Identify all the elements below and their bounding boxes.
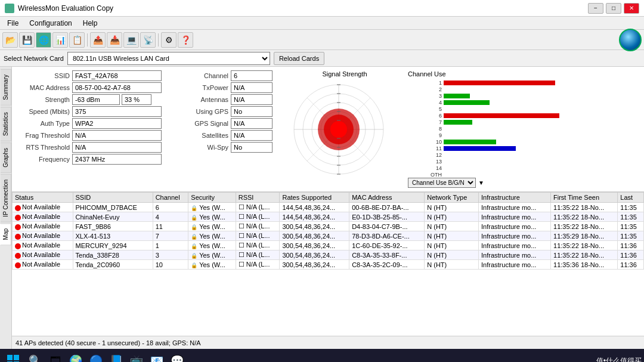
cell-9: 11:35:36 18-No... <box>551 260 618 270</box>
col-ssid[interactable]: SSID <box>73 193 153 203</box>
col-last[interactable]: Last <box>618 193 644 203</box>
cell-7: N (HT) <box>425 241 479 250</box>
status-dot <box>15 205 21 211</box>
taskbar-search[interactable]: 🔍 <box>26 352 44 362</box>
tab-map[interactable]: Map <box>0 223 11 245</box>
tab-summary[interactable]: Summary <box>1 69 11 106</box>
toolbar-network[interactable]: 📡 <box>140 32 156 48</box>
taskbar-app3[interactable]: 📧 <box>148 352 166 362</box>
network-card-select[interactable]: 802.11n USB Wireless LAN Card <box>67 52 270 65</box>
rts-label: RTS Threshold <box>16 144 72 151</box>
menu-file[interactable]: File <box>2 18 23 29</box>
col-rssi[interactable]: RSSI <box>236 193 280 203</box>
cell-2: 11 <box>153 222 188 231</box>
col-status[interactable]: Status <box>13 193 73 203</box>
cell-8: Infrastructure mo... <box>479 231 551 241</box>
freq-value: 2437 MHz <box>72 154 162 165</box>
toolbar-export[interactable]: 📤 <box>90 32 106 48</box>
gps-value: No <box>231 106 273 117</box>
rts-value: N/A <box>72 142 162 153</box>
tab-ip-connection[interactable]: IP Connection <box>1 174 11 222</box>
frag-value: N/A <box>72 130 162 141</box>
menu-help[interactable]: Help <box>78 18 103 29</box>
channel-label: 13 <box>427 159 444 165</box>
channel-label: 2 <box>427 86 444 92</box>
table-body: Not AvailablePHICOMM_D7BACE6🔒 Yes (W...☐… <box>13 203 644 270</box>
col-rates[interactable]: Rates Supported <box>280 193 349 203</box>
menu-configuration[interactable]: Configuration <box>24 18 76 29</box>
taskbar-brand: 值•什么值得买 <box>596 356 642 363</box>
cell-4: ☐ N/A (L... <box>236 231 280 241</box>
col-channel[interactable]: Channel <box>153 193 188 203</box>
cell-1: Tenda_2C0960 <box>73 260 153 270</box>
channel-bar-row: 10 <box>427 139 640 145</box>
channel-bar-row: 14 <box>427 165 640 171</box>
channel-bar-row: 13 <box>427 159 640 165</box>
toolbar-sep2 <box>158 33 159 47</box>
toolbar: 📂 💾 🌐 📊 📋 📤 📥 💻 📡 ⚙ ❓ <box>0 30 644 50</box>
channel-filter-select[interactable]: Channel Use B/G/N <box>408 178 476 188</box>
col-network[interactable]: Network Type <box>425 193 479 203</box>
cell-9: 11:35:22 18-No... <box>551 222 618 231</box>
cell-1: Tenda_338F28 <box>73 250 153 260</box>
channel-bar-row: OTH <box>427 172 640 178</box>
taskbar-edge[interactable]: 🔵 <box>87 352 105 362</box>
taskbar-app4[interactable]: 💬 <box>168 352 186 362</box>
cell-2: 1 <box>153 241 188 250</box>
channel-bar-row: 7 <box>427 119 640 125</box>
toolbar-chart[interactable]: 📊 <box>52 32 68 48</box>
rssi-checkbox: ☐ <box>239 203 244 211</box>
toolbar-settings[interactable]: ⚙ <box>161 32 177 48</box>
toolbar-help[interactable]: ❓ <box>178 32 193 48</box>
rssi-checkbox: ☐ <box>239 232 244 239</box>
network-card-label: Select Network Card <box>4 55 64 62</box>
col-first[interactable]: First Time Seen <box>551 193 618 203</box>
rssi-checkbox: ☐ <box>239 251 244 258</box>
toolbar-open[interactable]: 📂 <box>2 32 18 48</box>
rssi-checkbox: ☐ <box>239 213 244 220</box>
cell-1: MERCURY_9294 <box>73 241 153 250</box>
cell-0: Not Available <box>13 231 73 241</box>
channel-bar <box>444 140 496 144</box>
cell-8: Infrastructure mo... <box>479 260 551 270</box>
cell-6: 00-6B-8E-D7-BA-... <box>349 203 425 212</box>
col-security[interactable]: Security <box>188 193 236 203</box>
taskbar-app2[interactable]: 📺 <box>128 352 145 362</box>
taskbar-app1[interactable]: 📘 <box>107 352 125 362</box>
reload-cards-button[interactable]: Reload Cards <box>274 52 324 65</box>
globe-widget <box>619 29 642 51</box>
col-infra[interactable]: Infrastructure <box>479 193 551 203</box>
close-button[interactable]: ✕ <box>624 3 639 14</box>
status-dot <box>15 262 21 268</box>
status-dot <box>15 234 21 240</box>
tab-graphs[interactable]: Graphs <box>1 143 11 173</box>
toolbar-import[interactable]: 📥 <box>107 32 122 48</box>
toolbar-scan[interactable]: 💻 <box>123 32 139 48</box>
taskbar-ie[interactable]: 🌍 <box>67 352 85 362</box>
rssi-checkbox: ☐ <box>239 222 244 230</box>
svg-rect-22 <box>7 355 13 360</box>
cell-5: 300,54,48,36,24... <box>280 231 349 241</box>
channel-label: 11 <box>427 146 444 151</box>
title-bar: WirelessMon Evaluation Copy − □ ✕ <box>0 0 644 17</box>
cell-9: 11:35:22 18-No... <box>551 250 618 260</box>
app-icon <box>5 4 14 13</box>
channel-label: 9 <box>427 132 444 138</box>
taskbar-taskview[interactable]: 🗔 <box>47 352 64 362</box>
cell-3: 🔒 Yes (W... <box>188 231 236 241</box>
minimize-button[interactable]: − <box>588 3 603 14</box>
start-button[interactable] <box>2 350 24 362</box>
maximize-button[interactable]: □ <box>606 3 621 14</box>
channel-bar <box>444 120 472 125</box>
tab-statistics[interactable]: Statistics <box>1 107 11 141</box>
toolbar-save[interactable]: 💾 <box>19 32 35 48</box>
channel-label: 5 <box>427 106 444 112</box>
auth-label: Auth Type <box>16 120 72 127</box>
toolbar-list[interactable]: 📋 <box>69 32 85 48</box>
svg-rect-23 <box>14 355 19 360</box>
channel-filter-dropdown[interactable]: ▼ <box>478 180 484 186</box>
col-mac[interactable]: MAC Address <box>349 193 425 203</box>
toolbar-globe[interactable]: 🌐 <box>36 32 51 48</box>
cell-3: 🔒 Yes (W... <box>188 250 236 260</box>
cell-2: 10 <box>153 260 188 270</box>
